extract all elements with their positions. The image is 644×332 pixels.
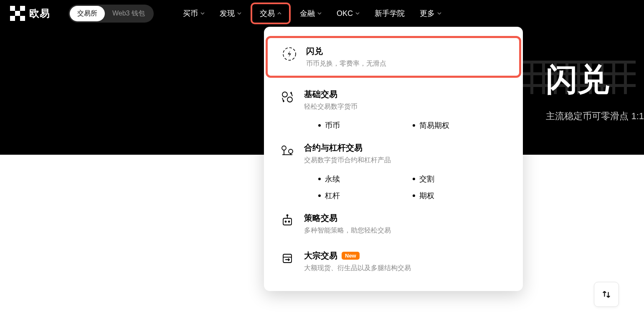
nav-buy[interactable]: 买币 <box>177 5 210 22</box>
menu-title: 大宗交易 New <box>304 250 507 261</box>
top-nav: 欧易 交易所 Web3 钱包 买币 发现 交易 金融 OKC 新手学院 <box>0 0 644 27</box>
nav-label: 买币 <box>183 8 198 18</box>
chevron-down-icon <box>437 11 441 15</box>
nav-label: OKC <box>337 9 353 18</box>
basic-sublinks: 币币 简易期权 <box>264 119 523 135</box>
nav-label: 交易 <box>260 8 275 18</box>
menu-item-strategy[interactable]: 策略交易 多种智能策略，助您轻松交易 <box>264 205 523 243</box>
swap-icon <box>602 290 611 299</box>
sublink-futures[interactable]: 交割 <box>413 174 507 184</box>
svg-rect-4 <box>20 16 25 21</box>
exchange-icon <box>280 89 295 105</box>
chevron-down-icon <box>355 11 360 15</box>
hero-title: 闪兑 <box>546 59 644 102</box>
swap-button[interactable] <box>594 282 619 307</box>
menu-desc: 多种智能策略，助您轻松交易 <box>304 226 507 235</box>
sublink-easyoptions[interactable]: 简易期权 <box>413 120 507 130</box>
menu-title: 闪兑 <box>306 46 505 57</box>
svg-point-17 <box>289 221 290 222</box>
nav-discover[interactable]: 发现 <box>214 5 247 22</box>
bullet-icon <box>318 178 321 180</box>
chevron-down-icon <box>200 11 205 15</box>
deriv-sublinks: 永续 交割 杠杆 期权 <box>264 172 523 205</box>
hero-content: 闪兑 主流稳定币可零滑点 1:1 <box>546 59 644 123</box>
svg-rect-18 <box>283 254 292 263</box>
menu-item-block[interactable]: 大宗交易 New 大额现货、衍生品以及多腿结构交易 <box>264 243 523 280</box>
bullet-icon <box>413 124 415 127</box>
nav-label: 金融 <box>300 8 315 18</box>
trade-dropdown: 闪兑 币币兑换，零费率，无滑点 基础交易 轻松交易数字货币 币币 简易期权 <box>264 27 523 291</box>
nav-finance[interactable]: 金融 <box>294 5 327 22</box>
menu-desc: 交易数字货币合约和杠杆产品 <box>304 156 507 165</box>
svg-point-16 <box>285 221 287 222</box>
nav-label: 更多 <box>420 8 435 18</box>
new-badge: New <box>342 252 360 260</box>
chevron-up-icon <box>277 11 281 15</box>
svg-rect-2 <box>15 11 20 16</box>
sublink-options[interactable]: 期权 <box>413 191 507 201</box>
bullet-icon <box>413 194 415 197</box>
exchange-toggle[interactable]: 交易所 <box>70 6 105 21</box>
brand-name: 欧易 <box>29 7 50 20</box>
svg-rect-1 <box>20 6 25 11</box>
bullet-icon <box>318 194 321 197</box>
hero-subtitle: 主流稳定币可零滑点 1:1 <box>546 110 644 123</box>
mode-toggle: 交易所 Web3 钱包 <box>68 5 154 23</box>
nav-academy[interactable]: 新手学院 <box>369 5 411 22</box>
nav-more[interactable]: 更多 <box>414 5 447 22</box>
sublink-margin[interactable]: 杠杆 <box>318 191 413 201</box>
menu-item-derivatives[interactable]: 合约与杠杆交易 交易数字货币合约和杠杆产品 <box>264 135 523 172</box>
nav-items: 买币 发现 交易 金融 OKC 新手学院 更多 <box>177 3 447 24</box>
chevron-down-icon <box>237 11 241 15</box>
menu-desc: 轻松交易数字货币 <box>304 102 507 111</box>
svg-point-8 <box>282 146 286 150</box>
menu-item-basic[interactable]: 基础交易 轻松交易数字货币 <box>264 81 523 119</box>
svg-rect-3 <box>10 16 15 21</box>
nav-label: 新手学院 <box>375 8 405 18</box>
logo-icon <box>10 6 25 21</box>
bullet-icon <box>318 124 321 127</box>
chevron-down-icon <box>317 11 322 15</box>
flash-icon <box>282 46 297 61</box>
sublink-spot[interactable]: 币币 <box>318 120 413 130</box>
wallet-toggle[interactable]: Web3 钱包 <box>105 6 152 21</box>
robot-icon <box>280 213 295 228</box>
svg-rect-0 <box>10 6 15 11</box>
svg-point-15 <box>287 215 288 216</box>
bullet-icon <box>413 178 415 180</box>
nav-trade[interactable]: 交易 <box>251 3 291 24</box>
menu-title: 策略交易 <box>304 212 507 224</box>
menu-title: 基础交易 <box>304 89 507 100</box>
svg-point-6 <box>282 92 287 97</box>
block-icon <box>280 251 295 266</box>
menu-item-convert[interactable]: 闪兑 币币兑换，零费率，无滑点 <box>266 36 521 78</box>
menu-title: 合约与杠杆交易 <box>304 142 507 153</box>
menu-desc: 币币兑换，零费率，无滑点 <box>306 59 505 68</box>
nav-okc[interactable]: OKC <box>331 6 365 21</box>
svg-rect-13 <box>283 218 292 225</box>
menu-desc: 大额现货、衍生品以及多腿结构交易 <box>304 264 507 273</box>
svg-point-7 <box>287 97 292 102</box>
nav-label: 发现 <box>220 8 235 18</box>
balance-icon <box>280 143 295 158</box>
brand-logo[interactable]: 欧易 <box>10 6 50 21</box>
svg-point-9 <box>289 149 293 153</box>
sublink-perp[interactable]: 永续 <box>318 174 413 184</box>
